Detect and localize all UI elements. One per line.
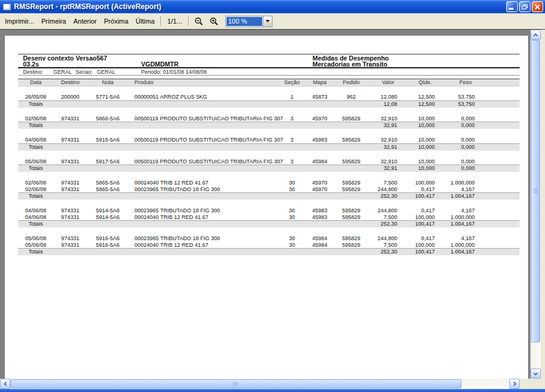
table-cell: 1.004,167 — [440, 249, 480, 255]
totals-row: Totais32,9110,0000,000 — [18, 165, 520, 172]
table-cell — [279, 101, 305, 108]
window-controls — [506, 1, 543, 12]
spacer-cell — [480, 144, 520, 151]
table-cell: 0,000 — [440, 137, 480, 143]
table-cell: 00023965 TRIBUTADO 18 FIG 300 — [128, 235, 279, 242]
app-icon — [3, 4, 11, 10]
table-cell — [87, 221, 128, 227]
table-cell — [305, 144, 334, 151]
table-cell: 02/06/08 — [18, 186, 53, 193]
spacer-cell — [480, 249, 520, 255]
table-cell: 3 — [279, 116, 305, 122]
table-cell: 5916-5A6 — [87, 235, 128, 242]
table-cell — [87, 101, 128, 108]
spacer-cell — [480, 79, 520, 86]
toolbar-separator — [160, 16, 161, 26]
table-cell: 45984 — [305, 242, 334, 249]
zoom-in-button[interactable] — [206, 17, 222, 26]
report-rule-mid — [18, 67, 520, 68]
totals-row: Totais32,9110,0000,000 — [18, 122, 520, 129]
table-cell: 00000051 ARROZ PLUS 5KG — [128, 94, 279, 100]
zoom-combobox-value: 100 % — [226, 17, 262, 26]
table-cell: 45970 — [305, 180, 334, 186]
table-cell: Data — [18, 79, 53, 86]
table-cell: 974331 — [53, 116, 87, 122]
close-button[interactable] — [532, 1, 543, 12]
table-cell: 45873 — [305, 94, 334, 100]
window-bottom-border — [0, 389, 545, 392]
minimize-icon — [509, 8, 514, 10]
table-row: 04/06/089743315915-5A600500119 PRODUTO S… — [18, 137, 520, 143]
table-row: 05/06/089743315916-5A600024040 TRIB 12 R… — [18, 242, 520, 249]
vertical-scrollbar[interactable] — [530, 30, 541, 379]
table-cell: 3 — [279, 158, 305, 165]
totals-row: Totais252,30100,4171.004,167 — [18, 192, 520, 200]
table-cell: 45984 — [305, 235, 334, 242]
table-cell — [128, 144, 279, 151]
table-cell: 00023965 TRIBUTADO 18 FIG 300 — [128, 207, 279, 214]
scroll-up-button[interactable] — [530, 30, 541, 40]
print-button[interactable]: Imprimir... — [1, 18, 38, 25]
table-cell: 32,910 — [368, 116, 402, 122]
totals-row: Totais252,30100,4171.004,167 — [18, 248, 520, 255]
titlebar[interactable]: RMSReport - rptRMSReport (ActiveReport) — [0, 0, 545, 13]
scroll-down-button[interactable] — [530, 368, 541, 379]
zoom-combobox[interactable]: 100 % — [225, 16, 272, 27]
restore-button[interactable] — [519, 1, 530, 12]
zoom-out-button[interactable] — [191, 17, 206, 26]
table-cell: 0,000 — [440, 144, 480, 151]
table-cell: 05/06/08 — [18, 158, 53, 165]
last-page-button[interactable]: Última — [132, 18, 158, 25]
report-viewport: Desenv contexto Versao567 Medidas de Des… — [0, 30, 530, 379]
table-cell: 12,500 — [402, 94, 440, 100]
table-cell: 00024040 TRIB 12 RED 41.67 — [128, 242, 279, 249]
table-cell: 05/06/08 — [18, 242, 53, 249]
table-cell — [128, 101, 279, 108]
horizontal-scrollbar[interactable] — [0, 379, 520, 389]
previous-page-button[interactable]: Anterior — [70, 18, 101, 25]
table-cell: 1.000,000 — [440, 214, 480, 221]
table-cell — [128, 221, 279, 227]
table-cell: 595829 — [334, 186, 368, 193]
table-row: 04/06/089743315914-5A600023965 TRIBUTADO… — [18, 207, 520, 214]
spacer-cell — [480, 235, 520, 242]
table-cell: 974331 — [53, 207, 87, 214]
window-right-border — [541, 30, 545, 379]
table-cell: 974331 — [53, 242, 87, 249]
zoom-combobox-dropdown-button[interactable] — [263, 16, 272, 27]
horizontal-scrollbar-track[interactable] — [10, 379, 509, 389]
table-cell: 595829 — [334, 242, 368, 249]
table-cell: 595829 — [334, 158, 368, 165]
table-cell: 4,167 — [440, 235, 480, 242]
table-cell: 32,910 — [368, 137, 402, 143]
table-cell: 962 — [334, 94, 368, 100]
table-cell — [53, 193, 87, 200]
table-cell: Produto — [128, 79, 279, 86]
table-cell: 00024040 TRIB 12 RED 41.67 — [128, 180, 279, 186]
table-cell: 252,30 — [368, 249, 402, 255]
table-cell: Mapa — [305, 79, 334, 86]
next-page-button[interactable]: Próxima — [101, 18, 132, 25]
scroll-left-button[interactable] — [0, 379, 10, 389]
table-cell — [87, 122, 128, 129]
table-cell: 0,417 — [402, 186, 440, 193]
table-cell: 04/06/08 — [18, 214, 53, 221]
minimize-button[interactable] — [506, 1, 518, 12]
page-indicator-button[interactable]: 1/1... — [164, 18, 185, 25]
spacer-cell — [480, 180, 520, 186]
table-cell: 0,417 — [402, 207, 440, 214]
report-group: 02/06/089743315866-5A600500119 PRODUTO S… — [18, 116, 520, 129]
table-cell — [53, 249, 87, 255]
vertical-scrollbar-thumb[interactable] — [531, 40, 540, 342]
first-page-button[interactable]: Primeira — [38, 18, 70, 25]
scroll-right-button[interactable] — [509, 379, 520, 389]
magnifier-plus-icon — [210, 17, 219, 26]
table-cell: 974331 — [53, 158, 87, 165]
horizontal-scrollbar-thumb[interactable] — [10, 379, 461, 388]
table-cell: 02/06/08 — [18, 180, 53, 186]
close-icon — [535, 4, 540, 10]
table-cell: 100,000 — [402, 180, 440, 186]
table-cell: 595829 — [334, 214, 368, 221]
table-cell: 595829 — [334, 137, 368, 143]
vertical-scrollbar-track[interactable] — [530, 40, 541, 368]
